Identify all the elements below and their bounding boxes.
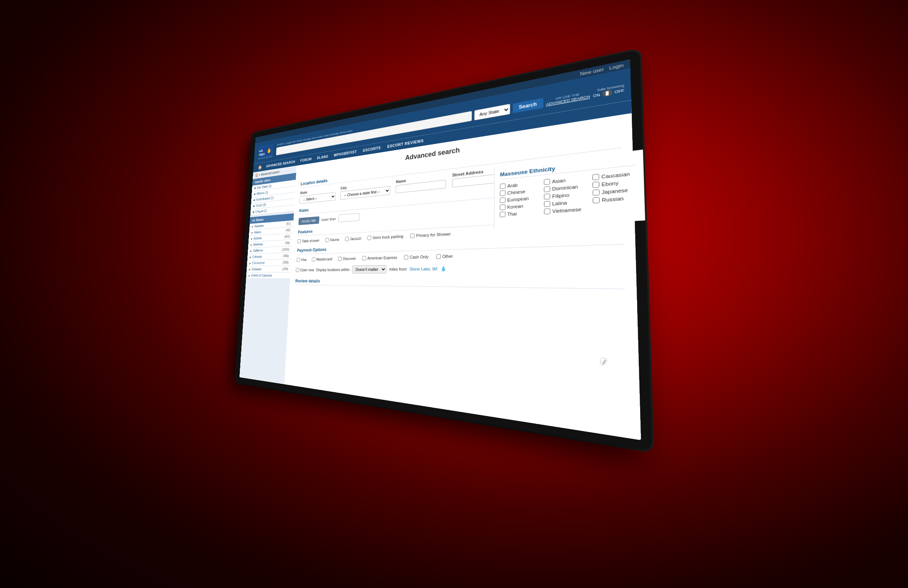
state-arrow-icon: ▶ (250, 261, 251, 264)
payment-mastercard-checkbox[interactable] (312, 257, 315, 261)
ethnicity-thai[interactable]: Thai (500, 209, 536, 217)
login-link[interactable]: Login (609, 63, 624, 71)
ethnicity-russian-label: Russian (602, 195, 624, 202)
rates-input[interactable] (338, 213, 360, 222)
payment-cash-only[interactable]: Cash Only (404, 254, 429, 259)
payment-cash-only-label: Cash Only (410, 254, 429, 259)
review-section-title: Review details (295, 278, 625, 289)
feature-table-shower[interactable]: Table shower (297, 238, 320, 243)
state-arrow-icon: ▶ (251, 225, 253, 228)
ethnicity-japanese-checkbox[interactable] (592, 189, 600, 196)
ethnicity-arab-checkbox[interactable] (500, 183, 506, 189)
payment-other[interactable]: Other (436, 254, 453, 259)
sidebar-state-dc[interactable]: ▶ District of Columbia (246, 272, 291, 279)
city-name: Duluth (5) (256, 203, 266, 207)
ethnicity-dominican-checkbox[interactable] (544, 186, 551, 192)
state-arrow-icon: ▶ (249, 274, 250, 277)
sidebar-state-colorado[interactable]: ▶ Colorado (456) (248, 252, 292, 260)
city-name: Eau Claire (2) (257, 184, 272, 190)
ethnicity-asian-checkbox[interactable] (544, 178, 550, 185)
state-arrow-icon: ▶ (250, 255, 251, 258)
city-name: North Branch (1) (256, 196, 274, 201)
payment-mastercard[interactable]: Mastercard (312, 257, 332, 261)
feature-privacy-shower[interactable]: Privacy for Shower (410, 231, 451, 238)
state-count: (45) (286, 228, 291, 232)
sidebar-state-delaware[interactable]: ▶ Delaware (109) (247, 265, 291, 272)
feature-sauna[interactable]: Sauna (325, 237, 339, 242)
payment-other-label: Other (442, 254, 453, 259)
logo-map-svg: rub maps ✋ WHERE FANTASY MEETS REALITY (256, 142, 274, 161)
nav-home-icon[interactable]: 🏠 (256, 162, 264, 172)
ethnicity-european-checkbox[interactable] (500, 197, 506, 203)
sidebar-state-connecticut[interactable]: ▶ Connecticut (200) (247, 259, 291, 266)
feature-privacy-shower-label: Privacy for Shower (416, 231, 451, 238)
ethnicity-latina-checkbox[interactable] (544, 201, 551, 207)
feature-table-shower-checkbox[interactable] (297, 239, 301, 243)
state-name: Alaska (254, 228, 285, 234)
ethnicity-latina-label: Latina (552, 200, 567, 206)
city-dot-icon (253, 211, 254, 213)
open-now-checkbox[interactable] (296, 268, 299, 272)
ethnicity-ebony-checkbox[interactable] (592, 181, 600, 188)
payment-other-checkbox[interactable] (436, 254, 440, 259)
ethnicity-latina[interactable]: Latina (544, 198, 584, 207)
ethnicity-thai-checkbox[interactable] (500, 211, 506, 217)
state-arrow-icon: ▶ (249, 268, 251, 271)
open-now-row: Open now Display locations within Doesn'… (296, 262, 625, 273)
ethnicity-japanese-label: Japanese (602, 187, 628, 195)
ethnicity-vietnamese-label: Vietnamese (552, 206, 581, 213)
mouse-cursor (601, 358, 606, 365)
feature-semi-truck-checkbox[interactable] (367, 236, 372, 240)
payment-amex[interactable]: American Express (362, 255, 397, 260)
distance-select[interactable]: Doesn't matter (352, 265, 386, 273)
open-now-label: Open now (300, 268, 314, 272)
feature-sauna-checkbox[interactable] (325, 238, 329, 242)
state-name: Arizona (253, 235, 283, 240)
state-name: Arkansas (253, 241, 284, 246)
payment-discover-label: Discover (343, 256, 356, 260)
ethnicity-korean-checkbox[interactable] (500, 204, 506, 210)
ethnicity-caucasian-checkbox[interactable] (592, 174, 599, 180)
payment-visa-label: Visa (301, 257, 307, 262)
feature-table-shower-label: Table shower (301, 238, 319, 243)
payment-visa[interactable]: Visa (296, 257, 306, 262)
payment-mastercard-label: Mastercard (316, 257, 332, 261)
ethnicity-asian-label: Asian (552, 177, 566, 184)
rates-connector: lower than (321, 216, 336, 222)
state-count: (402) (284, 235, 290, 238)
toggle-off-label: OFF (614, 88, 624, 94)
ethnicity-vietnamese-checkbox[interactable] (544, 208, 551, 214)
state-count: (39) (285, 241, 290, 245)
breadcrumb-home[interactable]: 🏠 (255, 173, 258, 177)
ethnicity-russian[interactable]: Russian (593, 194, 638, 204)
miles-label: miles from (389, 267, 407, 271)
svg-text:✋: ✋ (267, 147, 272, 154)
location-icon: 💧 (440, 266, 446, 272)
open-now-item[interactable]: Open now (296, 268, 314, 272)
ethnicity-chinese-label: Chinese (507, 188, 525, 195)
ethnicity-russian-checkbox[interactable] (593, 197, 600, 203)
ethnicity-european[interactable]: European (500, 194, 536, 203)
state-arrow-icon: ▶ (250, 243, 252, 246)
ethnicity-filipino-label: Filipino (552, 192, 569, 199)
hourly-rate-badge: hourly rate (298, 216, 319, 225)
location-link[interactable]: Stone Lake, WI (409, 266, 437, 271)
payment-cash-only-checkbox[interactable] (404, 255, 409, 259)
ethnicity-vietnamese[interactable]: Vietnamese (544, 206, 584, 214)
feature-jacuzzi[interactable]: Jacuzzi (345, 236, 361, 241)
payment-discover-checkbox[interactable] (338, 256, 341, 260)
feature-privacy-shower-checkbox[interactable] (410, 233, 415, 238)
payment-visa-checkbox[interactable] (296, 257, 299, 262)
ethnicity-chinese-checkbox[interactable] (500, 190, 506, 196)
ethnicity-european-label: European (507, 196, 529, 202)
city-dot-icon (254, 187, 256, 189)
payment-discover[interactable]: Discover (338, 256, 356, 260)
feature-semi-truck[interactable]: Semi truck parking (367, 234, 403, 240)
breadcrumb-current: Advanced search (261, 170, 280, 176)
city-name: Altoona (1) (256, 191, 268, 196)
feature-jacuzzi-checkbox[interactable] (345, 237, 349, 241)
payment-amex-checkbox[interactable] (362, 255, 366, 260)
state-arrow-icon: ▶ (251, 231, 253, 234)
ethnicity-korean[interactable]: Korean (500, 202, 536, 210)
ethnicity-filipino-checkbox[interactable] (544, 193, 551, 199)
